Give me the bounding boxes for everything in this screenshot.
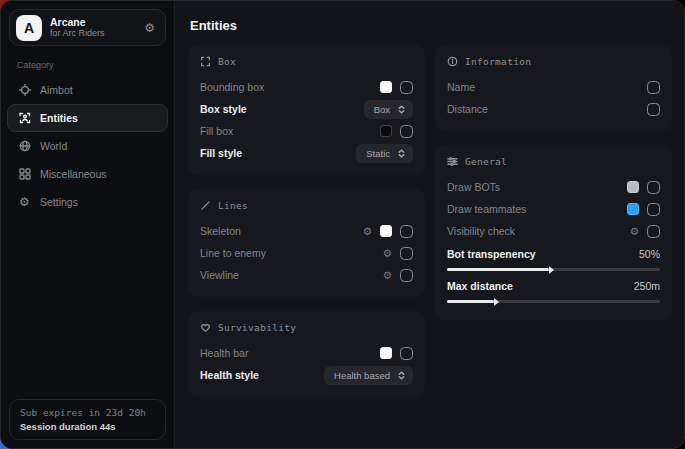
max-distance-slider[interactable] bbox=[447, 300, 660, 303]
sidebar: A Arcane for Arc Riders ⚙ Category Aimbo… bbox=[1, 1, 175, 448]
row-label: Health bar bbox=[200, 347, 248, 359]
draw-bots-row: Draw BOTs bbox=[447, 176, 660, 198]
color-swatch[interactable] bbox=[380, 81, 392, 93]
health-bar-row: Health bar bbox=[200, 342, 413, 364]
main-content: Entities Box Bounding box bbox=[175, 1, 684, 448]
logo-card: A Arcane for Arc Riders ⚙ bbox=[9, 9, 166, 46]
draw-teammates-row: Draw teammates bbox=[447, 198, 660, 220]
max-distance-group: Max distance 250m bbox=[447, 277, 660, 303]
page-title: Entities bbox=[190, 18, 684, 33]
fill-style-dropdown[interactable]: Static bbox=[356, 144, 413, 163]
distance-checkbox[interactable] bbox=[647, 103, 660, 116]
row-label: Bounding box bbox=[200, 81, 264, 93]
slider-fill bbox=[447, 300, 494, 303]
name-checkbox[interactable] bbox=[647, 81, 660, 94]
row-label: Health style bbox=[200, 369, 259, 381]
bounding-box-row: Bounding box bbox=[200, 76, 413, 98]
gear-icon[interactable]: ⚙ bbox=[383, 248, 392, 259]
right-column: Information Name Distance bbox=[435, 45, 672, 320]
skeleton-row: Skeleton ⚙ bbox=[200, 220, 413, 242]
information-panel: Information Name Distance bbox=[435, 45, 672, 131]
distance-row: Distance bbox=[447, 98, 660, 120]
session-duration-text: Session duration 44s bbox=[20, 421, 155, 432]
health-bar-checkbox[interactable] bbox=[400, 347, 413, 360]
name-row: Name bbox=[447, 76, 660, 98]
row-label: Draw teammates bbox=[447, 203, 526, 215]
skeleton-checkbox[interactable] bbox=[400, 225, 413, 238]
dropdown-value: Box bbox=[374, 104, 390, 115]
fill-style-row: Fill style Static bbox=[200, 142, 413, 164]
slider-value: 50% bbox=[639, 248, 660, 260]
color-swatch[interactable] bbox=[380, 125, 392, 137]
bot-transparency-group: Bot transpenency 50% bbox=[447, 245, 660, 271]
row-label: Fill style bbox=[200, 147, 242, 159]
diagonal-line-icon bbox=[200, 200, 211, 211]
chevrons-updown-icon bbox=[397, 105, 406, 114]
app-identity: Arcane for Arc Riders bbox=[50, 16, 136, 38]
box-style-dropdown[interactable]: Box bbox=[364, 100, 413, 119]
row-label: Bot transpenency bbox=[447, 248, 536, 260]
chevrons-updown-icon bbox=[397, 371, 406, 380]
left-column: Box Bounding box Box style bbox=[188, 45, 425, 397]
general-panel: General Draw BOTs Draw teammates bbox=[435, 145, 672, 320]
heart-icon bbox=[200, 322, 211, 333]
gear-icon[interactable]: ⚙ bbox=[144, 22, 155, 34]
slider-value: 250m bbox=[634, 280, 660, 292]
sidebar-item-miscellaneous[interactable]: Miscellaneous bbox=[7, 160, 168, 188]
bounding-box-checkbox[interactable] bbox=[400, 81, 413, 94]
visibility-check-checkbox[interactable] bbox=[647, 225, 660, 238]
viewline-row: Viewline ⚙ bbox=[200, 264, 413, 286]
slider-fill bbox=[447, 268, 549, 271]
sidebar-item-label: Settings bbox=[40, 196, 78, 208]
sidebar-nav: Aimbot Entities World bbox=[1, 76, 174, 216]
sidebar-item-label: Aimbot bbox=[40, 84, 73, 96]
draw-teammates-checkbox[interactable] bbox=[647, 203, 660, 216]
box-style-row: Box style Box bbox=[200, 98, 413, 120]
app-subtitle: for Arc Riders bbox=[50, 28, 136, 38]
app-logo: A bbox=[16, 15, 42, 41]
sidebar-item-label: Entities bbox=[40, 112, 78, 124]
info-icon bbox=[447, 56, 458, 67]
sidebar-item-entities[interactable]: Entities bbox=[7, 104, 168, 132]
sidebar-item-world[interactable]: World bbox=[7, 132, 168, 160]
lines-panel: Lines Skeleton ⚙ Line to enemy bbox=[188, 189, 425, 297]
color-swatch[interactable] bbox=[627, 203, 639, 215]
box-panel-header: Box bbox=[200, 56, 413, 67]
color-swatch[interactable] bbox=[380, 225, 392, 237]
subscription-card: Sub expires in 23d 20h Session duration … bbox=[9, 399, 166, 440]
row-label: Box style bbox=[200, 103, 247, 115]
bot-transparency-slider[interactable] bbox=[447, 268, 660, 271]
category-label: Category bbox=[17, 60, 174, 70]
draw-bots-checkbox[interactable] bbox=[647, 181, 660, 194]
health-style-dropdown[interactable]: Health based bbox=[324, 366, 413, 385]
gear-icon[interactable]: ⚙ bbox=[383, 270, 392, 281]
sliders-icon bbox=[447, 156, 458, 167]
line-to-enemy-checkbox[interactable] bbox=[400, 247, 413, 260]
row-label: Viewline bbox=[200, 269, 239, 281]
entities-icon bbox=[18, 112, 31, 125]
row-label: Visibility check bbox=[447, 225, 515, 237]
gear-icon[interactable]: ⚙ bbox=[630, 226, 639, 237]
survivability-panel: Survivability Health bar Health style bbox=[188, 311, 425, 397]
sidebar-item-settings[interactable]: ⚙ Settings bbox=[7, 188, 168, 216]
gear-icon[interactable]: ⚙ bbox=[363, 226, 372, 237]
color-swatch[interactable] bbox=[627, 181, 639, 193]
panel-columns: Box Bounding box Box style bbox=[188, 45, 684, 397]
row-label: Draw BOTs bbox=[447, 181, 500, 193]
brackets-icon bbox=[200, 56, 211, 67]
information-panel-header: Information bbox=[447, 56, 660, 67]
sidebar-item-label: World bbox=[40, 140, 67, 152]
row-label: Name bbox=[447, 81, 475, 93]
panel-title: Box bbox=[218, 56, 236, 67]
row-label: Distance bbox=[447, 103, 488, 115]
sidebar-item-label: Miscellaneous bbox=[40, 168, 107, 180]
box-panel: Box Bounding box Box style bbox=[188, 45, 425, 175]
panel-title: Information bbox=[465, 56, 531, 67]
sidebar-item-aimbot[interactable]: Aimbot bbox=[7, 76, 168, 104]
viewline-checkbox[interactable] bbox=[400, 269, 413, 282]
panel-title: General bbox=[465, 156, 507, 167]
color-swatch[interactable] bbox=[380, 347, 392, 359]
fill-box-checkbox[interactable] bbox=[400, 125, 413, 138]
globe-icon bbox=[18, 140, 31, 153]
fill-box-row: Fill box bbox=[200, 120, 413, 142]
